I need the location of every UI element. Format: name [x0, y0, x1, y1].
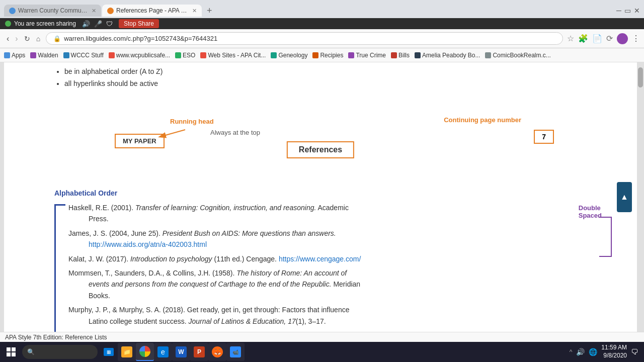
- forward-button[interactable]: ›: [13, 33, 20, 45]
- bookmark-eso[interactable]: ESO: [175, 52, 195, 59]
- ref-entry-mommsen: Mommsen, T., Saunders, D.A., & Collins, …: [68, 267, 587, 301]
- tab2-close[interactable]: ✕: [192, 8, 197, 14]
- start-button[interactable]: [2, 343, 20, 361]
- ref-entry-murphy: Murphy, J. P., & Murphy, S. A. (2018). G…: [68, 304, 587, 327]
- james-authors: James, J. S. (2004, June 25).: [68, 229, 163, 237]
- reload-button[interactable]: ↻: [22, 33, 33, 45]
- bookmark-geneology[interactable]: Geneology: [271, 52, 307, 59]
- mommsen-title2: events and persons from the conquest of …: [89, 280, 332, 288]
- ref-entry-james: James, J. S. (2004, June 25). President …: [68, 228, 587, 250]
- maximize-button[interactable]: ▭: [624, 7, 631, 15]
- taskbar: 🔍 ▦ 📁 e W P 🦊 📹 ^ 🔊 🌐 11:59 AM 9/8/2020 …: [0, 342, 644, 362]
- wccc-favicon: [63, 52, 69, 58]
- close-button[interactable]: ✕: [634, 7, 640, 15]
- taskbar-search[interactable]: 🔍: [22, 345, 98, 359]
- bookmark-wccc[interactable]: WCCC Stuff: [63, 52, 104, 59]
- ref-entry-haskell: Haskell, R.E. (2001). Transfer of learni…: [68, 202, 587, 225]
- extensions-icon[interactable]: 🧩: [578, 34, 588, 43]
- back-button[interactable]: ‹: [4, 33, 12, 45]
- taskbar-item-explorer[interactable]: 📁: [118, 343, 136, 361]
- audio-icon[interactable]: 🔊: [82, 20, 90, 28]
- sync-icon[interactable]: ⟳: [606, 34, 613, 43]
- kalat-pub: (11th ed.) Cengage.: [212, 255, 279, 263]
- bills-favicon: [391, 52, 397, 58]
- mommsen-authors: Mommsen, T., Saunders, D.A., & Collins, …: [68, 269, 236, 277]
- title-bar: Warren County Community Colle... ✕ Refer…: [0, 0, 644, 18]
- tab-inactive[interactable]: Warren County Community Colle... ✕: [4, 5, 101, 17]
- kalat-title: Introduction to psychology: [130, 255, 212, 263]
- taskbar-item-zoom[interactable]: 📹: [226, 343, 245, 361]
- murphy-authors: Murphy, J. P., & Murphy, S. A. (2018). G…: [68, 306, 349, 314]
- mommsen-title: The history of Rome: An account of: [236, 269, 347, 277]
- ref-entries: Haskell, R.E. (2001). Transfer of learni…: [68, 202, 587, 332]
- status-bar: APA Style 7th Edition: Reference Lists: [0, 332, 644, 342]
- bookmark-walden[interactable]: Walden: [30, 52, 58, 59]
- back-to-top-button[interactable]: ▲: [617, 182, 632, 212]
- tab-active[interactable]: References Page - APA 7 Citation... ✕: [102, 5, 202, 17]
- my-paper-box: MY PAPER: [115, 134, 165, 148]
- pdf-icon[interactable]: 📄: [592, 34, 602, 43]
- tray-chevron[interactable]: ^: [570, 348, 573, 355]
- bookmark-recipies[interactable]: Recipies: [312, 52, 343, 59]
- james-link[interactable]: http://www.aids.org/atn/a-402003.html: [89, 240, 207, 248]
- task-view-button[interactable]: ▦: [100, 343, 118, 361]
- profile-icon[interactable]: [617, 33, 628, 44]
- tray-notification[interactable]: 🗨: [631, 348, 638, 356]
- address-bar[interactable]: 🔒 warren.libguides.com/c.php?g=1052743&p…: [46, 32, 563, 45]
- haskell-pub: Academic: [316, 204, 349, 212]
- scroll-thumb[interactable]: [638, 67, 643, 87]
- apps-favicon: [4, 52, 10, 58]
- bookmark-websites[interactable]: Web Sites - APA Cit...: [200, 52, 266, 59]
- scrollbar-right[interactable]: [637, 62, 644, 332]
- eso-favicon: [175, 52, 181, 58]
- double-spaced-label: Double Spaced: [579, 204, 602, 219]
- mic-icon[interactable]: 🎤: [94, 20, 102, 28]
- firefox-icon: 🦊: [212, 346, 223, 357]
- home-button[interactable]: ⌂: [34, 33, 43, 45]
- tab2-title: References Page - APA 7 Citation...: [116, 7, 189, 14]
- window-controls: ─ ▭ ✕: [616, 7, 640, 15]
- minimize-button[interactable]: ─: [616, 7, 621, 15]
- amelia-label: Amelia Peabody Bo...: [422, 52, 480, 59]
- comicbook-favicon: [485, 52, 491, 58]
- ref-entry-kalat: Kalat, J. W. (2017). Introduction to psy…: [68, 253, 587, 264]
- main-content: be in alphabetical order (A to Z) all hy…: [4, 62, 637, 332]
- new-tab-button[interactable]: +: [203, 6, 216, 16]
- tab1-favicon: [9, 8, 16, 14]
- wcpublic-label: www.wcpublicsafe...: [116, 52, 170, 59]
- bookmark-amelia[interactable]: Amelia Peabody Bo...: [415, 52, 480, 59]
- taskbar-item-edge[interactable]: e: [154, 343, 172, 361]
- stop-share-button[interactable]: Stop Share: [119, 19, 159, 28]
- tab1-close[interactable]: ✕: [92, 8, 96, 14]
- powerpoint-icon: P: [194, 346, 205, 357]
- security-icon[interactable]: 🛡: [106, 20, 113, 28]
- clock-date: 9/8/2020: [601, 352, 627, 360]
- eso-label: ESO: [183, 52, 195, 59]
- bookmark-wcpublic[interactable]: www.wcpublicsafe...: [109, 52, 170, 59]
- taskbar-item-word[interactable]: W: [172, 343, 190, 361]
- clock[interactable]: 11:59 AM 9/8/2020: [601, 344, 627, 359]
- back-to-top-icon: ▲: [620, 193, 628, 202]
- nav-buttons: ‹ › ↻ ⌂: [4, 33, 43, 45]
- bookmark-bills[interactable]: Bills: [391, 52, 410, 59]
- menu-icon[interactable]: ⋮: [632, 34, 640, 43]
- running-head-label: Running head: [170, 118, 214, 125]
- taskbar-item-firefox[interactable]: 🦊: [208, 343, 226, 361]
- kalat-link[interactable]: https://www.cengage.com/: [279, 255, 361, 263]
- truecrime-label: True Crime: [356, 52, 386, 59]
- bookmark-truecrime[interactable]: True Crime: [348, 52, 386, 59]
- tray-network[interactable]: 🌐: [589, 348, 597, 356]
- star-icon[interactable]: ☆: [567, 34, 574, 43]
- mommsen-pub2: Books.: [89, 292, 110, 300]
- tab2-favicon: [107, 8, 114, 14]
- references-section: Double Spaced Alphabetical Order Haskell…: [54, 189, 587, 332]
- screen-share-bar: You are screen sharing 🔊 🎤 🛡 Stop Share: [0, 18, 644, 29]
- bookmark-comicbook[interactable]: ComicBookRealm.c...: [485, 52, 550, 59]
- comicbook-label: ComicBookRealm.c...: [493, 52, 550, 59]
- tray-volume[interactable]: 🔊: [576, 348, 585, 356]
- bookmark-apps[interactable]: Apps: [4, 52, 25, 59]
- mommsen-pub: Meridian: [332, 280, 361, 288]
- taskbar-item-chrome[interactable]: [136, 343, 154, 361]
- bookmarks-bar: Apps Walden WCCC Stuff www.wcpublicsafe.…: [0, 48, 644, 62]
- taskbar-item-powerpoint[interactable]: P: [190, 343, 208, 361]
